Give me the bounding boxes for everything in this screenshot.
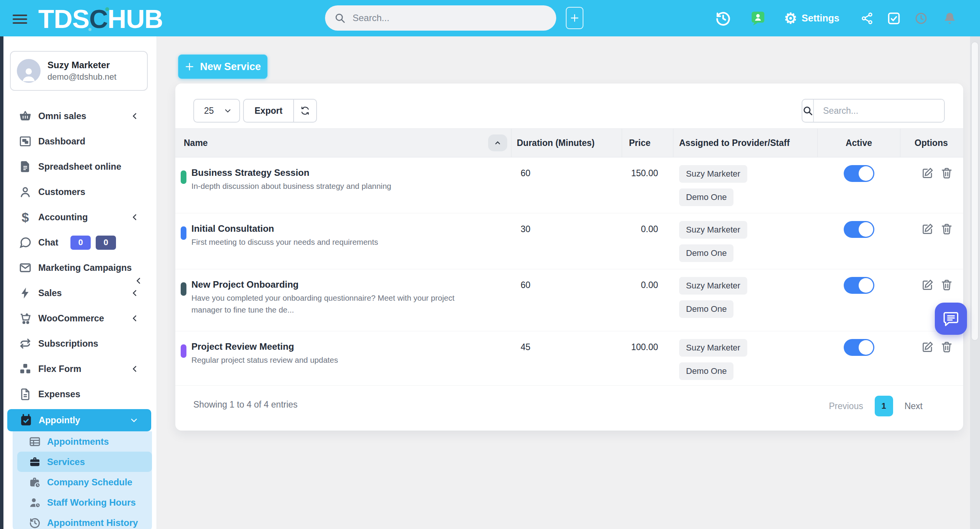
delete-icon[interactable] [940,278,953,293]
submenu-item-appointments[interactable]: Appointments [13,431,152,452]
page-scrollbar[interactable] [970,36,980,529]
service-price: 0.00 [622,213,673,269]
file-lines-icon [18,387,33,401]
notifications-bell-icon[interactable] [942,0,957,36]
refresh-icon [300,106,310,116]
chat-badges: 0 0 [70,236,116,250]
service-name: Business Strategy Session [191,167,391,178]
history-icon[interactable] [715,0,731,36]
active-toggle[interactable] [844,165,874,182]
sidebar-item-subscriptions[interactable]: Subscriptions [3,331,157,356]
service-price: 150.00 [622,157,673,213]
service-price: 0.00 [622,269,673,331]
sidebar-item-marketing-campaigns[interactable]: Marketing Campaigns [3,255,157,280]
staff-badge: Suzy Marketer [679,339,747,357]
active-toggle[interactable] [844,277,874,294]
new-service-button[interactable]: New Service [178,54,268,79]
delete-icon[interactable] [940,167,953,181]
tasks-check-icon[interactable] [887,0,901,36]
sidebar-item-woocommerce[interactable]: WooCommerce [3,306,157,331]
comment-icon [18,235,33,250]
cubes-icon [18,362,33,376]
sidebar-item-sales[interactable]: Sales [3,280,157,306]
basket-icon [18,109,33,123]
sidebar-item-chat[interactable]: Chat 0 0 [3,230,157,255]
service-name: New Project Onboarding [191,279,486,290]
table-footer: Showing 1 to 4 of 4 entries Previous 1 N… [175,386,963,431]
column-header-assigned[interactable]: Assigned to Provider/Staff [673,129,818,157]
top-header: TDSCHUB ⚙ Settings [0,0,980,36]
edit-icon[interactable] [921,341,934,355]
submenu-item-appointment-history[interactable]: Appointment History [13,513,152,529]
service-description: First meeting to discuss your needs and … [191,236,378,248]
scrollbar-thumb[interactable] [971,42,978,341]
sidebar-item-customers[interactable]: Customers [3,179,157,205]
user-icon [18,185,33,199]
chevron-left-icon [131,365,139,373]
avatar [17,59,41,83]
delete-icon[interactable] [940,223,953,237]
main-content: New Service 25 Export [157,36,980,529]
table-row: New Project Onboarding Have you complete… [175,269,963,331]
service-color-chip [181,226,186,240]
delete-icon[interactable] [940,341,953,355]
global-search-input[interactable] [353,13,547,23]
active-toggle[interactable] [844,339,874,356]
user-profile-card[interactable]: Suzy Marketer demo@tdshub.net [10,51,148,91]
window-edge-rail [0,36,3,529]
sidebar-item-appointly[interactable]: Appointly [7,409,151,431]
table-search-input[interactable] [814,100,945,122]
staff-badge: Suzy Marketer [679,165,747,183]
sidebar-nav: Omni sales Dashboard Spreadsheet online [3,103,157,407]
service-duration: 60 [511,269,622,331]
cart-plus-icon [18,311,33,326]
submenu-item-staff-working-hours[interactable]: Staff Working Hours [13,492,152,513]
sidebar-item-accounting[interactable]: $ Accounting [3,205,157,230]
spreadsheet-file-icon [18,159,33,174]
global-search [325,5,556,31]
submenu-item-services[interactable]: Services [17,452,152,472]
export-group: Export [243,99,317,123]
page-size-select[interactable]: 25 [193,99,240,123]
hamburger-menu-icon[interactable] [13,12,29,25]
service-description: Have you completed your onboarding quest… [191,292,486,316]
edit-icon[interactable] [921,278,934,293]
next-page-button[interactable]: Next [905,401,923,411]
service-duration: 30 [511,213,622,269]
sort-button[interactable] [488,134,507,151]
user-name: Suzy Marketer [47,60,116,70]
floating-chat-button[interactable] [935,303,967,335]
search-icon[interactable] [802,100,814,122]
edit-icon[interactable] [921,167,934,181]
sidebar-item-expenses[interactable]: Expenses [3,382,157,407]
sidebar-item-dashboard[interactable]: Dashboard [3,129,157,154]
export-button[interactable]: Export [244,100,293,122]
column-header-active[interactable]: Active [818,129,900,157]
active-toggle[interactable] [844,221,874,238]
plus-icon [185,62,194,72]
refresh-button[interactable] [294,100,316,122]
support-chat-icon[interactable] [750,0,766,36]
staff-badge: Demo One [679,300,733,318]
edit-icon[interactable] [921,223,934,237]
sidebar-item-flex-form[interactable]: Flex Form [3,356,157,382]
column-header-duration[interactable]: Duration (Minutes) [511,129,622,157]
sidebar-item-spreadsheet-online[interactable]: Spreadsheet online [3,154,157,179]
sidebar-item-omni-sales[interactable]: Omni sales [3,103,157,129]
settings-button[interactable]: ⚙ Settings [784,0,840,36]
staff-badge: Demo One [679,362,733,380]
share-icon[interactable] [861,0,874,36]
current-page-button[interactable]: 1 [875,396,893,416]
chevron-left-icon [131,289,139,297]
table-list-icon [28,435,42,449]
quick-add-button[interactable] [566,7,583,29]
previous-page-button[interactable]: Previous [829,401,863,411]
clock-icon[interactable] [914,0,928,36]
dollar-icon: $ [18,210,33,224]
briefcase-clock-icon [28,475,42,489]
envelope-icon [18,260,33,275]
service-color-chip [181,170,186,184]
column-header-options: Options [900,129,963,157]
column-header-price[interactable]: Price [622,129,673,157]
submenu-item-company-schedule[interactable]: Company Schedule [13,472,152,492]
